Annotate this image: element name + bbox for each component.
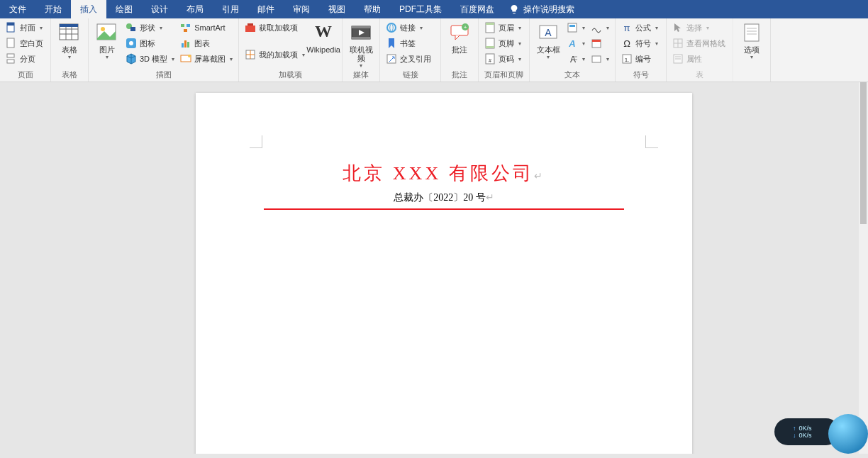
wordart-button[interactable]: A▾ xyxy=(564,35,588,51)
group-page-label: 页面 xyxy=(3,69,48,82)
document-title-text: 北京 XXX 有限公司 xyxy=(343,163,533,184)
online-video-button[interactable]: 联机视频 ▾ xyxy=(345,20,377,69)
equation-button[interactable]: π 公式▾ xyxy=(618,20,661,35)
shapes-button[interactable]: 形状▾ xyxy=(123,20,177,35)
group-links-label: 链接 xyxy=(383,69,438,82)
tab-review[interactable]: 审阅 xyxy=(284,0,319,18)
tab-insert[interactable]: 插入 xyxy=(71,0,106,18)
comment-button[interactable]: + 批注 xyxy=(444,20,475,54)
svg-point-24 xyxy=(188,55,191,57)
header-button[interactable]: 页眉▾ xyxy=(482,20,524,35)
arrow-down-icon: ↓ xyxy=(793,432,796,439)
tab-view[interactable]: 视图 xyxy=(319,0,355,18)
cover-page-label: 封面 xyxy=(20,23,35,33)
object-button[interactable]: ▾ xyxy=(588,51,612,67)
chart-icon xyxy=(180,38,191,49)
group-media-label: 媒体 xyxy=(345,69,377,82)
svg-rect-2 xyxy=(7,38,14,48)
svg-text:π: π xyxy=(624,23,630,33)
crossref-button[interactable]: 交叉引用 xyxy=(383,51,434,67)
wordart-icon: A xyxy=(567,38,578,49)
textbox-button[interactable]: A 文本框 ▾ xyxy=(533,20,564,60)
tab-mailings[interactable]: 邮件 xyxy=(248,0,284,18)
svg-text:1.: 1. xyxy=(625,57,630,63)
tab-draw[interactable]: 绘图 xyxy=(106,0,142,18)
arrow-up-icon: ↑ xyxy=(793,425,796,432)
object-icon xyxy=(591,53,602,65)
dropcap-icon: A xyxy=(567,53,578,65)
net-down-value: 0K/s xyxy=(799,432,812,439)
link-button[interactable]: 链接▾ xyxy=(383,20,434,35)
symbol-label: 符号 xyxy=(635,38,651,49)
chart-button[interactable]: 图表 xyxy=(177,35,235,51)
table-button[interactable]: 表格 ▾ xyxy=(54,20,85,60)
icons-button[interactable]: 图标 xyxy=(123,35,177,51)
options-icon xyxy=(740,21,763,44)
tab-references[interactable]: 引用 xyxy=(213,0,248,18)
smartart-button[interactable]: SmartArt xyxy=(177,20,235,35)
vertical-scrollbar[interactable] xyxy=(859,82,868,454)
scrollbar-thumb[interactable] xyxy=(860,82,867,224)
symbol-button[interactable]: Ω 符号▾ xyxy=(618,35,661,51)
lightbulb-icon xyxy=(509,4,519,14)
get-addins-label: 获取加载项 xyxy=(259,23,298,33)
group-symbols-label: 符号 xyxy=(618,69,663,82)
blank-page-button[interactable]: 空白页 xyxy=(3,35,46,51)
net-up-value: 0K/s xyxy=(799,425,812,432)
group-text-label: 文本 xyxy=(533,69,612,82)
comment-label: 批注 xyxy=(452,45,467,54)
page-break-label: 分页 xyxy=(20,54,35,65)
tab-layout[interactable]: 布局 xyxy=(177,0,213,18)
paragraph-mark-icon: ↵ xyxy=(486,192,494,203)
get-addins-button[interactable]: 获取加载项 xyxy=(242,20,308,35)
tab-home[interactable]: 开始 xyxy=(35,0,71,18)
screenshot-icon xyxy=(180,53,191,65)
document-area[interactable]: 北京 XXX 有限公司↵ 总裁办〔2022〕20 号↵ xyxy=(0,82,859,454)
smartart-icon xyxy=(180,22,191,33)
svg-text:A: A xyxy=(568,38,575,49)
svg-rect-31 xyxy=(352,37,370,39)
addins-icon xyxy=(245,49,256,60)
number-button[interactable]: 1. 编号 xyxy=(618,51,661,67)
datetime-button[interactable] xyxy=(588,35,612,51)
3d-model-button[interactable]: 3D 模型▾ xyxy=(123,51,177,67)
header-label: 页眉 xyxy=(499,23,514,33)
my-addins-button[interactable]: 我的加载项▾ xyxy=(242,47,308,62)
pagenum-button[interactable]: # 页码▾ xyxy=(482,51,524,67)
footer-button[interactable]: 页脚▾ xyxy=(482,35,524,51)
tab-file[interactable]: 文件 xyxy=(0,0,35,18)
svg-rect-52 xyxy=(592,40,601,42)
paragraph-mark-icon: ↵ xyxy=(534,171,545,181)
table-select-label: 选择 xyxy=(686,23,702,33)
group-comments: + 批注 批注 xyxy=(441,18,479,82)
blank-page-label: 空白页 xyxy=(20,38,43,49)
page[interactable]: 北京 XXX 有限公司↵ 总裁办〔2022〕20 号↵ xyxy=(196,93,692,454)
tab-help[interactable]: 帮助 xyxy=(355,0,390,18)
tab-pdf[interactable]: PDF工具集 xyxy=(390,0,451,18)
quickparts-button[interactable]: ▾ xyxy=(564,20,588,35)
tell-me-search[interactable]: 操作说明搜索 xyxy=(509,0,574,18)
bookmark-button[interactable]: 书签 xyxy=(383,35,434,51)
tab-design[interactable]: 设计 xyxy=(142,0,177,18)
picture-button[interactable]: 图片 ▾ xyxy=(91,20,123,60)
margin-corner-tr xyxy=(645,135,658,148)
icons-icon xyxy=(126,38,137,49)
comment-icon: + xyxy=(448,21,471,44)
svg-rect-17 xyxy=(181,24,184,27)
svg-rect-3 xyxy=(7,54,14,57)
wikipedia-button[interactable]: W Wikipedia xyxy=(308,20,339,54)
group-addins-label: 加载项 xyxy=(242,69,339,82)
svg-text:W: W xyxy=(315,22,332,40)
options-button[interactable]: 选项 ▾ xyxy=(736,20,767,60)
svg-text:+: + xyxy=(464,24,467,30)
screenshot-button[interactable]: 屏幕截图▾ xyxy=(177,51,235,67)
tab-baidu[interactable]: 百度网盘 xyxy=(451,0,503,18)
gridlines-icon xyxy=(672,38,684,49)
page-break-button[interactable]: 分页 xyxy=(3,51,46,67)
signature-button[interactable]: ▾ xyxy=(588,20,612,35)
crossref-label: 交叉引用 xyxy=(400,54,431,65)
dropcap-button[interactable]: A▾ xyxy=(564,51,588,67)
icons-label: 图标 xyxy=(140,38,155,49)
assistant-orb[interactable] xyxy=(828,414,868,454)
cover-page-button[interactable]: 封面▾ xyxy=(3,20,46,35)
